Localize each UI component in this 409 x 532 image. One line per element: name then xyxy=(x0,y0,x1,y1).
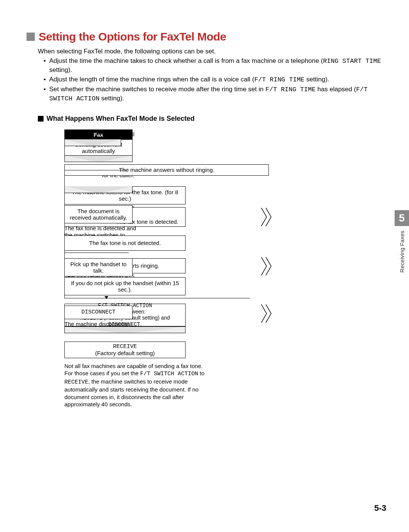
svg-marker-2 xyxy=(65,156,132,162)
chevron-right-icon xyxy=(261,304,273,323)
heading-bullet-icon xyxy=(27,33,35,41)
chevron-right-icon xyxy=(261,207,273,227)
funnel-3 xyxy=(64,155,133,162)
funnel-1 xyxy=(64,139,121,146)
chapter-label: Receiving Faxes xyxy=(399,231,405,273)
flowchart-diagram: Type of call Telephone Fax Fax Sending d… xyxy=(64,129,386,417)
chevron-right-icon xyxy=(261,256,273,276)
no-pickup-box: If you do not pick up the handset (withi… xyxy=(64,277,186,295)
funnel-5 xyxy=(64,326,186,333)
subheading: What Happens When FaxTel Mode is Selecte… xyxy=(47,115,195,123)
disconnect-box: DISCONNECT xyxy=(64,306,133,319)
fax-header-2: Fax xyxy=(64,129,133,140)
intro-text: When selecting FaxTel mode, the followin… xyxy=(38,48,386,55)
chapter-number: 5 xyxy=(395,210,409,226)
option-1: Adjust the time the machine takes to che… xyxy=(44,57,386,75)
option-2: Adjust the length of time the machine ri… xyxy=(44,75,386,84)
option-3: Set whether the machine switches to rece… xyxy=(44,85,386,103)
doc-received-box: The document is received automatically. xyxy=(64,205,133,223)
page-number: 5-3 xyxy=(374,503,386,513)
options-list: Adjust the time the machine takes to che… xyxy=(44,57,386,103)
pickup-box: Pick up the handset to talk. xyxy=(64,258,133,276)
chapter-tab: 5 Receiving Faxes xyxy=(395,210,409,273)
page-heading: Setting the Options for FaxTel Mode xyxy=(39,30,226,43)
footnote-text: Not all fax machines are capable of send… xyxy=(64,362,204,408)
svg-marker-3 xyxy=(65,186,132,193)
svg-marker-4 xyxy=(65,327,185,333)
receive-box: RECEIVE (Factory default setting) xyxy=(64,342,186,358)
funnel-4 xyxy=(64,186,133,193)
tone-not-detected-box: The fax tone is not detected. xyxy=(64,236,186,251)
svg-marker-0 xyxy=(65,139,121,146)
subheading-bullet-icon xyxy=(38,116,44,122)
